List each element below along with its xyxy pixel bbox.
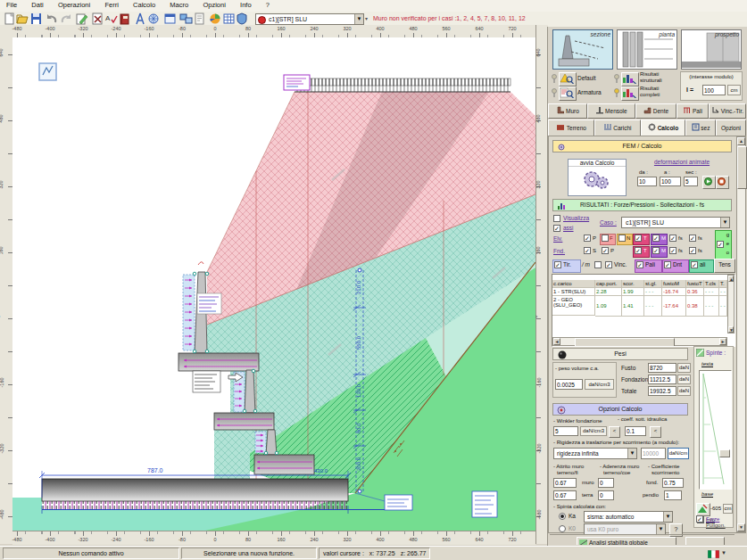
tens-button[interactable]: Tens: [714, 259, 735, 273]
animate-stop-button[interactable]: [716, 176, 729, 189]
tab-opzioni[interactable]: Opzioni: [716, 119, 746, 136]
col-header[interactable]: scor.: [622, 280, 644, 288]
analisi-aux-button[interactable]: [685, 537, 725, 545]
view-thumbnail-prospetto[interactable]: prospetto: [681, 29, 742, 70]
open-icon[interactable]: [16, 12, 29, 25]
col-header[interactable]: c.carico: [552, 280, 595, 288]
pendio-input[interactable]: [664, 490, 682, 500]
language-flag-icon[interactable]: [708, 550, 719, 558]
attrito2-input[interactable]: [553, 490, 577, 500]
animate-play-button[interactable]: [702, 176, 716, 189]
elv-t-checkbox[interactable]: ✓: [635, 235, 642, 242]
table-row-case[interactable]: 1 - STR(SLU): [552, 288, 595, 296]
text-check-icon[interactable]: A: [104, 12, 118, 25]
pali-checkbox[interactable]: ✓: [636, 261, 643, 268]
terra-input[interactable]: [598, 490, 614, 500]
analisi-stabilita-button[interactable]: Analisi stabilità globale: [577, 537, 676, 545]
coeff-pick-button[interactable]: <: [650, 426, 661, 438]
da-input[interactable]: [637, 177, 657, 186]
winkler-input[interactable]: [553, 426, 578, 436]
peso-volume-input[interactable]: [555, 379, 583, 390]
tab-sez[interactable]: sez: [685, 119, 716, 136]
table-hscroll-thumb[interactable]: [575, 338, 675, 347]
compass-icon[interactable]: [134, 12, 147, 25]
assi-checkbox[interactable]: ✓: [553, 225, 560, 232]
fusto-input[interactable]: [648, 363, 676, 373]
new-icon[interactable]: [3, 12, 16, 25]
tab-carichi[interactable]: Carichi: [594, 119, 641, 136]
shield-icon[interactable]: [236, 12, 249, 25]
edit-icon[interactable]: [75, 12, 88, 25]
fondazione-input[interactable]: [648, 375, 676, 384]
menu-macro[interactable]: Macro: [163, 0, 195, 10]
vinc-checkbox[interactable]: ✓: [605, 261, 612, 268]
colors-icon[interactable]: [209, 12, 222, 25]
monitors-icon[interactable]: [179, 12, 193, 25]
rigidezza-selector[interactable]: rigidezza infinita ▼: [553, 448, 637, 459]
elv-f-checkbox[interactable]: [602, 235, 609, 242]
fnd-m-checkbox[interactable]: ✓: [652, 247, 660, 254]
elv-fs2-checkbox[interactable]: ✓: [689, 235, 696, 242]
flag-chevron-icon[interactable]: ▼: [721, 550, 726, 556]
geo-checkbox[interactable]: ✓: [717, 241, 724, 248]
section-drawing-canvas[interactable]: 787.0 210.0 550.0 130.0 80.0 200.0 430.0: [12, 37, 535, 531]
coeff-idraulica-input[interactable]: [625, 426, 646, 436]
spinte-tool-button[interactable]: [696, 503, 710, 516]
caso-selector[interactable]: c1)[STR] SLU ▼: [621, 217, 730, 228]
redo-icon[interactable]: [59, 12, 72, 25]
pin-icon[interactable]: [551, 88, 558, 98]
a-input[interactable]: [660, 177, 681, 186]
tir-checkbox[interactable]: ✓: [554, 261, 561, 268]
forze-checkbox[interactable]: ✓: [696, 515, 703, 523]
interasse-input[interactable]: [702, 85, 726, 95]
window-icon[interactable]: [163, 12, 177, 25]
per-m-checkbox[interactable]: [594, 261, 602, 268]
avvia-calcolo-button[interactable]: avvia Calcolo: [568, 159, 627, 196]
rigidezza-k-input[interactable]: [641, 448, 666, 459]
attrito-input[interactable]: [553, 478, 577, 488]
risultati-strutturali-button[interactable]: [621, 72, 639, 86]
visualizza-checkbox[interactable]: [553, 215, 560, 222]
table-row-case[interactable]: 2 - GEO(SLU_GEO): [552, 296, 595, 316]
muro-input[interactable]: [598, 478, 614, 488]
tab-muro[interactable]: Muro: [548, 103, 587, 119]
tab-calcolo[interactable]: Calcolo: [641, 119, 685, 136]
col-header[interactable]: st.gl.: [644, 280, 662, 288]
view-thumbnail-pianta[interactable]: pianta: [617, 29, 677, 70]
scroll-up-icon[interactable]: ▲: [737, 137, 745, 145]
view-thumbnail-sezione[interactable]: sezione: [552, 29, 613, 70]
save-icon[interactable]: [29, 12, 43, 25]
pin-icon[interactable]: [551, 74, 558, 84]
table-icon[interactable]: [222, 12, 236, 25]
pin-icon[interactable]: [613, 88, 620, 98]
fnd-t-checkbox[interactable]: ✓: [635, 247, 642, 254]
fnd-p-checkbox[interactable]: ✓: [602, 247, 609, 254]
menu-file[interactable]: File: [0, 0, 23, 10]
dnt-checkbox[interactable]: ✓: [664, 261, 671, 268]
fnd-s-checkbox[interactable]: ✓: [584, 247, 591, 254]
tab-mensole[interactable]: Mensole: [587, 103, 635, 119]
elv-p-checkbox[interactable]: ✓: [584, 235, 591, 242]
chevron-down-icon[interactable]: ▼: [720, 218, 729, 227]
table-hscrollbar[interactable]: ◄ ►: [552, 337, 727, 346]
undo-icon[interactable]: [46, 12, 59, 25]
fnd-fs2-checkbox[interactable]: ✓: [689, 247, 696, 254]
col-header[interactable]: T.cls: [704, 280, 719, 288]
menu-help[interactable]: ?: [260, 0, 276, 10]
col-header[interactable]: fustoM: [662, 280, 686, 288]
tab-vinc-tir[interactable]: Vinc.-Tir.: [709, 103, 746, 119]
tab-pali[interactable]: Pali: [676, 103, 709, 119]
sec-input[interactable]: [684, 177, 698, 186]
tab-terreno[interactable]: Terreno: [548, 119, 594, 136]
elv-fs1-checkbox[interactable]: ✓: [669, 235, 676, 242]
case-selector[interactable]: c1)[STR] SLU ▼: [255, 13, 364, 25]
fond-input[interactable]: [662, 478, 684, 488]
report-icon[interactable]: [193, 12, 206, 25]
winkler-pick-button[interactable]: <: [609, 426, 620, 438]
ka-radio[interactable]: [559, 513, 566, 520]
col-header[interactable]: T.: [719, 280, 727, 288]
sisma-selector[interactable]: sisma: automatico ▼: [584, 511, 673, 523]
table-vscrollbar[interactable]: ▲▼: [727, 275, 735, 334]
menu-info[interactable]: Info: [234, 0, 258, 10]
panel-scrollbar[interactable]: ▲ ▼: [736, 136, 746, 532]
